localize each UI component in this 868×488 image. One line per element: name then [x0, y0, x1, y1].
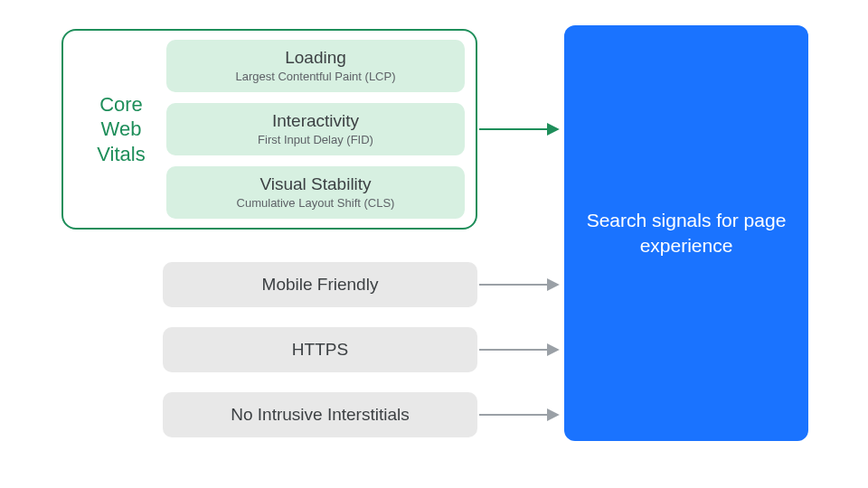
vital-loading-title: Loading — [175, 48, 456, 68]
vital-stability-subtitle: Cumulative Layout Shift (CLS) — [175, 196, 456, 210]
vital-interactivity: Interactivity First Input Delay (FID) — [166, 103, 465, 155]
vital-stability: Visual Stability Cumulative Layout Shift… — [166, 166, 465, 219]
core-web-vitals-label-line3: Vitals — [97, 143, 145, 165]
core-web-vitals-group: Core Web Vitals Loading Largest Contentf… — [61, 29, 477, 230]
vital-loading-subtitle: Largest Contentful Paint (LCP) — [175, 70, 456, 83]
core-web-vitals-label: Core Web Vitals — [76, 92, 166, 167]
core-web-vitals-label-line1: Core — [99, 93, 143, 116]
signal-mobile-friendly: Mobile Friendly — [163, 262, 477, 307]
core-web-vitals-label-line2: Web — [101, 117, 142, 140]
signal-https-title: HTTPS — [292, 340, 348, 360]
signal-mobile-friendly-title: Mobile Friendly — [262, 275, 379, 295]
signal-no-intrusive-interstitials-title: No Intrusive Interstitials — [231, 405, 409, 425]
vital-loading: Loading Largest Contentful Paint (LCP) — [166, 40, 465, 92]
signal-https: HTTPS — [163, 327, 477, 372]
search-signals-text: Search signals for page experience — [582, 208, 790, 259]
diagram-canvas: Core Web Vitals Loading Largest Contentf… — [0, 0, 868, 488]
core-web-vitals-items: Loading Largest Contentful Paint (LCP) I… — [166, 40, 465, 219]
search-signals-box: Search signals for page experience — [564, 25, 808, 441]
vital-interactivity-subtitle: First Input Delay (FID) — [175, 133, 456, 146]
vital-interactivity-title: Interactivity — [175, 111, 456, 131]
signal-no-intrusive-interstitials: No Intrusive Interstitials — [163, 392, 477, 437]
vital-stability-title: Visual Stability — [175, 174, 456, 194]
